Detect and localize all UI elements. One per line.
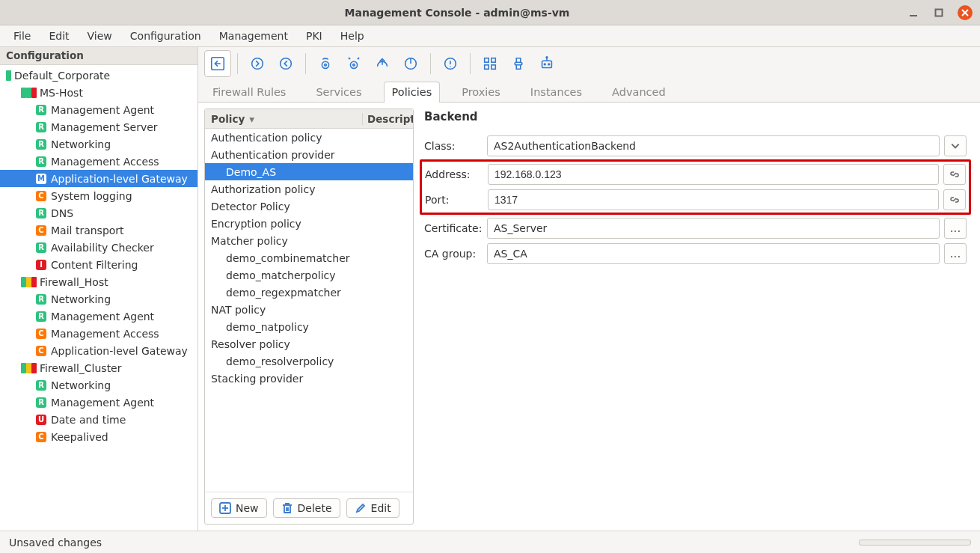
- minimize-button[interactable]: [907, 6, 920, 19]
- tree-item[interactable]: CManagement Access: [0, 325, 197, 342]
- tree-item-label: Firewall_Cluster: [37, 362, 121, 374]
- policy-item[interactable]: Resolver policy: [205, 335, 413, 352]
- address-link-button[interactable]: [943, 164, 966, 185]
- tab-proxies[interactable]: Proxies: [453, 82, 509, 103]
- menu-file[interactable]: File: [6, 28, 38, 44]
- back-button[interactable]: [204, 50, 231, 77]
- revert-button[interactable]: [272, 50, 299, 77]
- address-row: Address:: [425, 164, 966, 185]
- address-input[interactable]: [488, 164, 939, 185]
- svg-point-16: [450, 66, 450, 67]
- tree-item[interactable]: RManagement Agent: [0, 101, 197, 118]
- maximize-button[interactable]: [932, 6, 946, 19]
- menu-management[interactable]: Management: [212, 28, 295, 44]
- delete-policy-label: Delete: [298, 502, 332, 514]
- tree-item[interactable]: RNetworking: [0, 135, 197, 153]
- tree-item[interactable]: RAvailability Checker: [0, 239, 197, 256]
- tree-item[interactable]: RManagement Agent: [0, 308, 197, 325]
- new-policy-button[interactable]: New: [211, 498, 267, 518]
- commit-button[interactable]: [244, 50, 271, 77]
- status-square-icon: [26, 277, 31, 287]
- policy-item[interactable]: demo_matcherpolicy: [205, 266, 413, 284]
- delete-policy-button[interactable]: Delete: [273, 498, 340, 518]
- tree-item[interactable]: RManagement Agent: [0, 394, 197, 411]
- tree-item[interactable]: MS-Host: [0, 84, 197, 101]
- status-square-icon: [26, 88, 31, 98]
- compare-config-button[interactable]: [340, 50, 367, 77]
- menu-configuration[interactable]: Configuration: [123, 28, 209, 44]
- status-square-icon: [31, 277, 37, 287]
- svg-rect-1: [936, 9, 943, 16]
- menu-pki[interactable]: PKI: [298, 28, 330, 44]
- policy-list[interactable]: Authentication policyAuthentication prov…: [205, 129, 413, 492]
- tree-item[interactable]: RNetworking: [0, 376, 197, 394]
- policy-item[interactable]: Demo_AS: [205, 163, 413, 180]
- class-dropdown-button[interactable]: [944, 135, 967, 156]
- policy-item[interactable]: Encryption policy: [205, 215, 413, 232]
- component-badge-icon: R: [36, 139, 46, 150]
- tree-item-label: Management Server: [48, 121, 158, 133]
- port-input[interactable]: [488, 189, 939, 210]
- close-button[interactable]: [958, 5, 973, 20]
- svg-point-25: [546, 57, 548, 58]
- policy-item[interactable]: Authentication provider: [205, 146, 413, 163]
- menu-help[interactable]: Help: [333, 28, 372, 44]
- tab-advanced[interactable]: Advanced: [604, 82, 674, 103]
- tab-instances[interactable]: Instances: [522, 82, 590, 103]
- tree-item[interactable]: IContent Filtering: [0, 256, 197, 273]
- status-square-icon: [21, 88, 26, 98]
- policy-item[interactable]: demo_combinematcher: [205, 249, 413, 266]
- robot-button[interactable]: [533, 50, 560, 77]
- menu-view[interactable]: View: [80, 28, 120, 44]
- menu-edit[interactable]: Edit: [41, 28, 76, 44]
- component-badge-icon: R: [36, 122, 46, 132]
- tab-firewall-rules[interactable]: Firewall Rules: [204, 82, 294, 103]
- component-badge-icon: M: [36, 174, 46, 184]
- port-link-button[interactable]: [943, 189, 966, 210]
- details-panel: Backend Class: AS2AuthenticationBackend …: [414, 103, 980, 531]
- cagroup-label: CA group:: [424, 248, 487, 260]
- tree-item[interactable]: CApplication-level Gateway: [0, 342, 197, 359]
- component-badge-icon: R: [36, 397, 46, 408]
- edit-policy-button[interactable]: Edit: [346, 498, 399, 518]
- policy-header-col1[interactable]: Policy: [211, 113, 245, 125]
- policy-item[interactable]: Matcher policy: [205, 232, 413, 249]
- policy-header-col2[interactable]: Descript: [362, 113, 413, 125]
- svg-rect-21: [542, 61, 552, 67]
- tab-services[interactable]: Services: [307, 82, 370, 103]
- policy-item[interactable]: demo_resolverpolicy: [205, 352, 413, 370]
- view-config-button[interactable]: [312, 50, 339, 77]
- python-button[interactable]: [505, 50, 532, 77]
- tree-item-label: Application-level Gateway: [48, 173, 188, 185]
- upload-button[interactable]: [369, 50, 396, 77]
- status-square-icon: [6, 70, 11, 81]
- tree-item[interactable]: MApplication-level Gateway: [0, 170, 197, 187]
- policy-item[interactable]: Authentication policy: [205, 129, 413, 146]
- policy-item[interactable]: demo_regexpmatcher: [205, 284, 413, 301]
- cert-browse-button[interactable]: ...: [944, 218, 967, 239]
- tree-item[interactable]: RNetworking: [0, 290, 197, 308]
- policy-item[interactable]: demo_natpolicy: [205, 318, 413, 335]
- tree-item[interactable]: Firewall_Cluster: [0, 359, 197, 376]
- policy-item[interactable]: Authorization policy: [205, 180, 413, 198]
- tree-item[interactable]: CSystem logging: [0, 187, 197, 204]
- tree-item[interactable]: RManagement Server: [0, 118, 197, 135]
- grid-button[interactable]: [477, 50, 503, 77]
- tab-policies[interactable]: Policies: [384, 82, 441, 103]
- tree-item[interactable]: Firewall_Host: [0, 273, 197, 290]
- control-button[interactable]: [397, 50, 424, 77]
- config-tree[interactable]: Default_CorporateMS-HostRManagement Agen…: [0, 65, 197, 531]
- tree-item[interactable]: CKeepalived: [0, 428, 197, 445]
- tree-item[interactable]: CMail transport: [0, 221, 197, 239]
- tree-item[interactable]: UDate and time: [0, 411, 197, 428]
- policy-item[interactable]: Detector Policy: [205, 198, 413, 215]
- policy-item[interactable]: NAT policy: [205, 301, 413, 318]
- tree-item[interactable]: RDNS: [0, 204, 197, 221]
- cagroup-browse-button[interactable]: ...: [944, 243, 967, 264]
- tree-item[interactable]: Default_Corporate: [0, 67, 197, 84]
- check-button[interactable]: [437, 50, 464, 77]
- inner-split: Policy ▾ Descript Authentication policyA…: [198, 103, 980, 531]
- component-badge-icon: R: [36, 294, 46, 305]
- tree-item[interactable]: RManagement Access: [0, 153, 197, 170]
- policy-item[interactable]: Stacking provider: [205, 370, 413, 387]
